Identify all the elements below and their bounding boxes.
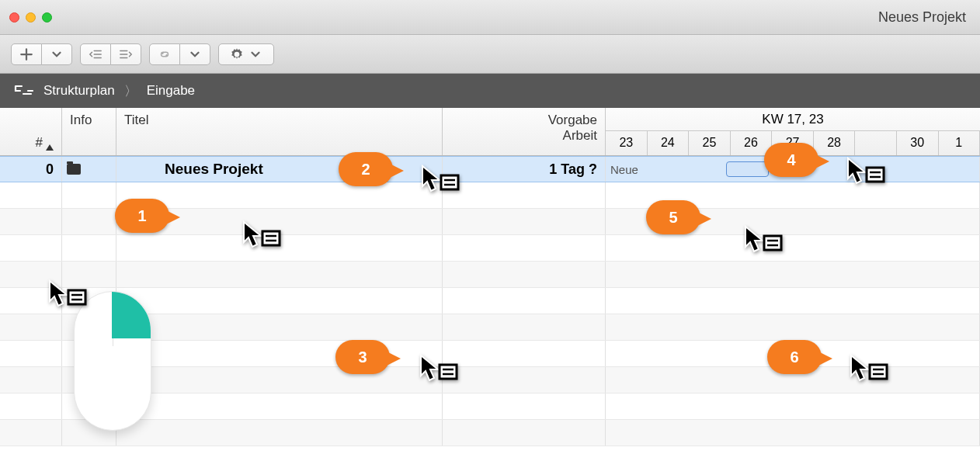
callout-label: 1: [137, 207, 146, 225]
context-menu-cursor-icon: [850, 354, 890, 388]
svg-rect-6: [440, 365, 457, 379]
close-window-button[interactable]: [9, 12, 19, 23]
gear-icon: [230, 47, 244, 61]
cell-vorgabe[interactable]: 1 Tag ?: [443, 157, 606, 182]
svg-rect-12: [764, 236, 781, 250]
gantt-day[interactable]: 24: [648, 131, 690, 155]
sort-ascending-icon: [46, 144, 54, 151]
column-header-number[interactable]: #: [0, 108, 62, 155]
gantt-day[interactable]: 1: [939, 131, 981, 155]
callout-1: 1: [115, 199, 169, 233]
table-row-empty[interactable]: [0, 262, 980, 288]
context-menu-cursor-icon: [846, 157, 887, 191]
toolbar: [0, 35, 980, 74]
link-button[interactable]: [149, 43, 180, 65]
column-header-titel[interactable]: Titel: [116, 108, 443, 155]
gantt-bar-label: Neue: [610, 163, 638, 176]
minimize-window-button[interactable]: [26, 12, 36, 23]
folder-icon: [67, 164, 81, 175]
outdent-icon: [89, 47, 103, 61]
column-header-info-label: Info: [70, 113, 108, 128]
table-row-empty[interactable]: [0, 235, 980, 262]
breadcrumb-bar: Strukturplan 〉 Eingabe: [0, 74, 980, 108]
gantt-day[interactable]: 30: [897, 131, 939, 155]
indent-button-group: [80, 43, 141, 65]
svg-rect-3: [441, 175, 458, 189]
link-button-group: [149, 43, 210, 65]
chevron-down-icon: [50, 47, 64, 61]
plus-icon: [19, 47, 33, 61]
callout-6: 6: [767, 340, 822, 374]
svg-rect-18: [68, 290, 85, 304]
gantt-week-label: KW 17, 23: [606, 108, 980, 131]
column-header-info[interactable]: Info: [62, 108, 116, 155]
indent-button[interactable]: [111, 43, 141, 65]
svg-rect-0: [262, 231, 280, 245]
add-button[interactable]: [11, 43, 42, 65]
svg-rect-15: [870, 365, 887, 379]
gantt-day[interactable]: 25: [689, 131, 731, 155]
maximize-window-button[interactable]: [42, 12, 52, 23]
table-row-empty[interactable]: [0, 288, 980, 314]
window-titlebar: Neues Projekt: [0, 0, 980, 35]
indent-icon: [119, 47, 133, 61]
table-row-empty[interactable]: [0, 420, 980, 446]
context-menu-cursor-icon: [421, 165, 461, 199]
cell-info: [62, 157, 116, 182]
breadcrumb-item-strukturplan[interactable]: Strukturplan: [43, 83, 115, 99]
gantt-day[interactable]: 28: [814, 131, 856, 155]
outdent-button[interactable]: [80, 43, 111, 65]
settings-button[interactable]: [218, 43, 274, 65]
column-header-number-label: #: [36, 135, 43, 151]
structure-icon: [14, 83, 34, 99]
breadcrumb-item-eingabe[interactable]: Eingabe: [147, 83, 195, 99]
window-title: Neues Projekt: [878, 9, 966, 26]
svg-rect-9: [867, 168, 884, 182]
column-header-vorgabe-label1: Vorgabe: [548, 113, 597, 128]
callout-5: 5: [646, 200, 700, 234]
callout-4: 4: [764, 143, 818, 177]
callout-label: 2: [361, 161, 370, 179]
chevron-right-icon: 〉: [124, 82, 137, 100]
context-menu-cursor-icon: [48, 279, 89, 314]
cell-number: 0: [0, 157, 62, 182]
context-menu-cursor-icon: [242, 220, 283, 255]
chevron-down-icon: [188, 47, 202, 61]
column-header-vorgabe[interactable]: Vorgabe Arbeit: [443, 108, 606, 155]
table-header: # Info Titel Vorgabe Arbeit KW 17, 23 23…: [0, 108, 980, 156]
gantt-bar[interactable]: [726, 161, 769, 177]
gantt-day[interactable]: [855, 131, 897, 155]
link-icon: [158, 47, 172, 61]
context-menu-cursor-icon: [419, 354, 460, 388]
column-header-vorgabe-label2: Arbeit: [563, 128, 597, 144]
link-dropdown-button[interactable]: [180, 43, 210, 65]
add-button-group: [11, 43, 72, 65]
add-dropdown-button[interactable]: [42, 43, 72, 65]
callout-3: 3: [335, 340, 390, 374]
column-header-titel-label: Titel: [124, 113, 434, 128]
context-menu-cursor-icon: [744, 225, 784, 259]
chevron-down-icon: [248, 47, 262, 61]
table-row[interactable]: 0 Neues Projekt 1 Tag ? Neue: [0, 156, 980, 182]
window-controls: [9, 12, 52, 23]
callout-2: 2: [339, 152, 393, 186]
gantt-day[interactable]: 23: [606, 131, 648, 155]
